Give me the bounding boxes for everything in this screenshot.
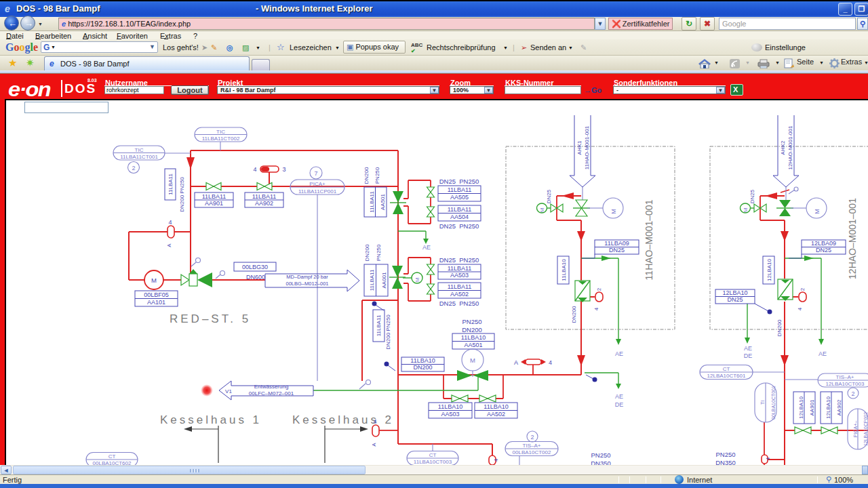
svg-text:PICA+: PICA+ — [309, 181, 326, 187]
svg-text:DN200: DN200 — [413, 364, 432, 371]
svg-text:7: 7 — [314, 170, 317, 177]
svg-text:11HAO–M001–001: 11HAO–M001–001 — [644, 199, 654, 280]
svg-text:TIS–A+: TIS–A+ — [836, 374, 854, 380]
svg-text:DE: DE — [744, 352, 753, 359]
svg-text:11LBA10: 11LBA10 — [484, 403, 508, 410]
svg-text:DN200 PN250: DN200 PN250 — [385, 314, 391, 350]
svg-text:AE: AE — [615, 393, 623, 400]
svg-text:11LBA11CT002: 11LBA11CT002 — [202, 136, 240, 142]
svg-text:AA501: AA501 — [380, 193, 386, 210]
svg-text:DN200: DN200 — [571, 306, 577, 323]
svg-text:12LBA10: 12LBA10 — [798, 396, 804, 418]
svg-text:M: M — [414, 277, 420, 282]
svg-text:2: 2 — [851, 390, 854, 397]
svg-text:11LBA11: 11LBA11 — [369, 191, 375, 213]
svg-text:AA902: AA902 — [255, 200, 273, 207]
svg-text:PN250: PN250 — [591, 451, 610, 459]
svg-text:4: 4 — [549, 359, 552, 366]
svg-text:11LBA11: 11LBA11 — [167, 174, 174, 195]
svg-text:AA001: AA001 — [381, 272, 387, 289]
svg-text:11LBA11CT001: 11LBA11CT001 — [120, 154, 158, 160]
svg-text:AHK2: AHK2 — [780, 140, 786, 155]
svg-text:DN25: DN25 — [609, 247, 625, 253]
svg-text:TIC: TIC — [135, 147, 144, 153]
svg-text:00LBA10CT001: 00LBA10CT001 — [771, 386, 776, 420]
svg-text:4: 4 — [493, 458, 499, 462]
svg-text:TIC: TIC — [216, 129, 225, 135]
svg-text:12LBA10CT003: 12LBA10CT003 — [826, 381, 865, 387]
svg-text:V1: V1 — [225, 388, 232, 394]
svg-text:Kesselhaus 2: Kesselhaus 2 — [292, 413, 394, 426]
svg-text:CT: CT — [723, 366, 730, 372]
svg-text:11HAO-M001-001: 11HAO-M001-001 — [584, 125, 590, 169]
svg-text:DN200: DN200 — [776, 319, 783, 336]
svg-text:00LBF05: 00LBF05 — [144, 291, 169, 298]
svg-text:AA902: AA902 — [836, 399, 842, 416]
svg-text:11LBA11: 11LBA11 — [202, 193, 226, 200]
svg-text:M: M — [470, 357, 475, 364]
svg-text:11LBA10CT003: 11LBA10CT003 — [414, 459, 452, 465]
svg-text:MD–Dampf 20 bar: MD–Dampf 20 bar — [286, 274, 328, 280]
svg-text:11LBA10: 11LBA10 — [561, 259, 567, 281]
svg-text:12LBA10CP002: 12LBA10CP002 — [863, 412, 868, 446]
svg-text:RED–ST. 5: RED–ST. 5 — [170, 312, 251, 325]
svg-text:PN250: PN250 — [376, 244, 382, 261]
svg-text:11LBA10: 11LBA10 — [461, 334, 486, 341]
svg-text:00LBG30: 00LBG30 — [242, 264, 268, 270]
svg-text:PICA+–: PICA+– — [853, 421, 858, 437]
svg-text:AE: AE — [422, 244, 431, 251]
svg-text:AA504: AA504 — [450, 214, 469, 220]
svg-text:11LBA10: 11LBA10 — [438, 403, 462, 410]
svg-text:M: M — [539, 207, 545, 212]
svg-text:4: 4 — [593, 307, 599, 310]
svg-text:AA502: AA502 — [487, 411, 505, 418]
svg-text:DN600: DN600 — [246, 274, 265, 281]
svg-text:4: 4 — [797, 307, 803, 310]
svg-text:A: A — [514, 359, 518, 366]
svg-text:AE: AE — [818, 350, 827, 357]
svg-text:12LBA10CT601: 12LBA10CT601 — [707, 373, 746, 379]
svg-text:11LBA11: 11LBA11 — [369, 269, 375, 291]
svg-text:12LBA10: 12LBA10 — [722, 289, 747, 296]
svg-text:DN25 PN250: DN25 PN250 — [439, 178, 479, 185]
svg-text:A: A — [371, 443, 377, 447]
svg-text:DN25 PN250: DN25 PN250 — [439, 222, 479, 230]
svg-text:PN250: PN250 — [462, 318, 481, 325]
svg-text:12HAO–M001–001: 12HAO–M001–001 — [847, 198, 858, 279]
svg-text:4: 4 — [253, 166, 256, 173]
svg-text:11LBA11: 11LBA11 — [448, 265, 472, 272]
svg-text:00LBA10CT002: 00LBA10CT002 — [513, 449, 551, 455]
svg-text:2: 2 — [800, 287, 806, 291]
svg-text:AA501: AA501 — [464, 342, 482, 348]
svg-text:DN200: DN200 — [363, 167, 370, 184]
svg-text:11LBA11: 11LBA11 — [448, 186, 472, 193]
svg-text:CT: CT — [429, 452, 437, 458]
svg-text:AHK1: AHK1 — [576, 140, 583, 155]
svg-text:DN25: DN25 — [816, 247, 831, 253]
svg-text:CT: CT — [108, 453, 116, 460]
svg-text:11LBA11: 11LBA11 — [448, 206, 472, 213]
svg-text:2: 2 — [596, 287, 602, 291]
svg-text:4: 4 — [168, 219, 172, 226]
svg-text:12LBA09: 12LBA09 — [811, 240, 836, 247]
svg-text:00LBG–M012–001: 00LBG–M012–001 — [286, 281, 329, 287]
svg-text:AA901: AA901 — [205, 200, 223, 207]
svg-text:PN250: PN250 — [715, 451, 735, 458]
svg-text:DN350: DN350 — [715, 459, 736, 465]
svg-text:M: M — [610, 209, 617, 214]
svg-text:DN25: DN25 — [546, 189, 552, 203]
svg-text:M: M — [743, 207, 749, 212]
svg-text:DN200: DN200 — [364, 244, 370, 261]
svg-text:DN200: DN200 — [462, 326, 482, 333]
svg-text:11LBA09: 11LBA09 — [604, 240, 629, 247]
svg-text:11LBA11CP001: 11LBA11CP001 — [298, 188, 337, 195]
svg-text:00LFC–M072–001: 00LFC–M072–001 — [249, 390, 294, 396]
svg-text:TI: TI — [760, 401, 765, 405]
svg-text:4: 4 — [373, 418, 376, 425]
svg-text:12LBA10: 12LBA10 — [766, 258, 772, 281]
svg-text:DN25 PN250: DN25 PN250 — [439, 256, 479, 264]
svg-text:DN25 PN250: DN25 PN250 — [439, 300, 479, 307]
svg-text:2: 2 — [530, 434, 534, 441]
svg-text:4: 4 — [765, 457, 771, 460]
svg-text:00LBA10CT602: 00LBA10CT602 — [93, 460, 132, 465]
